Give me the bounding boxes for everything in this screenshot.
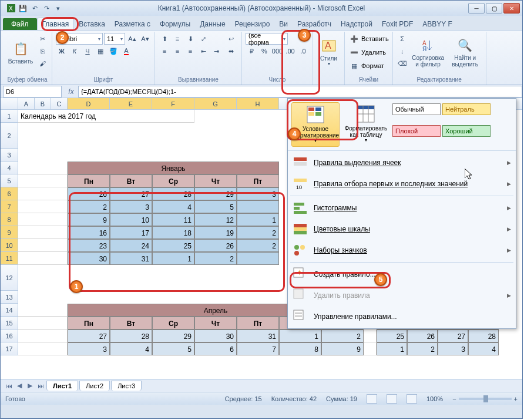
fill-icon[interactable]: ↓ — [397, 45, 408, 57]
cell[interactable]: 29 — [194, 187, 237, 200]
cell-style-option[interactable]: Хороший — [442, 125, 491, 137]
cell[interactable]: 3 — [110, 200, 152, 213]
col-header[interactable]: F — [152, 98, 194, 109]
sheet-tab[interactable]: Лист1 — [46, 381, 78, 391]
cell[interactable]: 19 — [194, 226, 237, 239]
cut-icon[interactable]: ✂ — [36, 33, 48, 45]
menu-data-bars[interactable]: Гистограммы ▶ — [288, 197, 516, 219]
fx-icon[interactable]: fx — [64, 88, 78, 96]
menu-manage-rules[interactable]: Управление правилами... — [288, 306, 516, 327]
sort-filter-button[interactable]: AЯ Сортировка и фильтр — [410, 33, 446, 72]
row-header[interactable]: 8 — [1, 213, 18, 226]
cell[interactable] — [18, 239, 68, 252]
tab-data[interactable]: Данные — [195, 18, 230, 30]
cell[interactable]: Пн — [68, 174, 110, 187]
row-header[interactable]: 17 — [1, 342, 18, 355]
number-format-combo[interactable]: (все форма — [246, 33, 288, 45]
row-header[interactable]: 9 — [1, 226, 18, 239]
underline-icon[interactable]: Ч — [82, 45, 93, 57]
row-header[interactable]: 12 — [1, 265, 18, 291]
row-header[interactable]: 2 — [1, 123, 18, 149]
cell[interactable]: 23 — [68, 239, 110, 252]
format-as-table-button[interactable]: Форматировать как таблицу▾ — [342, 102, 390, 147]
cell[interactable]: Вт — [110, 174, 152, 187]
cell[interactable]: 2 — [194, 252, 237, 265]
format-cells-button[interactable]: ▦Формат — [348, 60, 389, 72]
conditional-formatting-button[interactable]: Условное форматирование▾ — [291, 102, 340, 147]
cell[interactable]: 25 — [377, 330, 407, 342]
cell[interactable] — [18, 174, 68, 187]
zoom-out-icon[interactable]: − — [452, 395, 456, 402]
percent-icon[interactable]: % — [258, 45, 270, 57]
row-header[interactable]: 6 — [1, 187, 18, 200]
cell[interactable]: 2 — [237, 226, 279, 239]
cell[interactable] — [18, 162, 68, 174]
cell[interactable]: Чт — [194, 174, 237, 187]
cell[interactable]: Январь — [68, 162, 279, 174]
cell[interactable]: 31 — [110, 252, 152, 265]
comma-icon[interactable]: 000 — [271, 45, 283, 57]
col-header[interactable]: G — [194, 98, 237, 109]
view-pagebreak-icon[interactable] — [407, 394, 417, 404]
indent-dec-icon[interactable]: ⇤ — [197, 45, 209, 57]
cell[interactable]: 30 — [68, 252, 110, 265]
styles-button[interactable]: A Стили ▾ — [317, 33, 341, 72]
sheet-nav-next[interactable]: ▶ — [25, 382, 35, 389]
cell[interactable]: 17 — [110, 226, 152, 239]
cell[interactable]: 26 — [194, 239, 237, 252]
cell[interactable]: Календарь на 2017 год — [18, 110, 194, 123]
col-header[interactable]: H — [237, 98, 279, 109]
menu-color-scales[interactable]: Цветовые шкалы ▶ — [288, 219, 516, 240]
col-header[interactable]: A — [18, 98, 35, 109]
merge-icon[interactable]: ⬌ — [224, 45, 238, 57]
cell[interactable]: 27 — [438, 330, 468, 342]
menu-clear-rules[interactable]: Удалить правила ▶ — [288, 285, 516, 306]
cell[interactable] — [18, 226, 68, 239]
cell[interactable]: 24 — [110, 239, 152, 252]
cell[interactable]: 2 — [407, 342, 438, 355]
cell[interactable]: 31 — [237, 330, 279, 342]
cell[interactable] — [237, 200, 279, 213]
cell[interactable]: 4 — [110, 342, 152, 355]
row-header[interactable]: 16 — [1, 330, 18, 342]
row-header[interactable]: 3 — [1, 149, 18, 162]
cell[interactable]: 30 — [194, 330, 237, 342]
find-select-button[interactable]: 🔍 Найти и выделить — [448, 33, 482, 72]
align-bottom-icon[interactable]: ⬇ — [184, 33, 196, 45]
menu-top-bottom[interactable]: 10 Правила отбора первых и последних зна… — [288, 173, 516, 194]
cell[interactable]: 5 — [194, 200, 237, 213]
tab-home[interactable]: Главная — [37, 18, 75, 30]
menu-new-rule[interactable]: ✦ Создать правило... — [288, 264, 516, 285]
row-header[interactable]: 14 — [1, 304, 18, 317]
font-size-combo[interactable]: 11 — [104, 33, 125, 45]
border-icon[interactable]: ▦ — [95, 45, 106, 57]
zoom-slider[interactable]: − + — [452, 395, 518, 402]
cell[interactable]: 26 — [68, 187, 110, 200]
row-header[interactable]: 11 — [1, 252, 18, 265]
cell[interactable]: 27 — [68, 330, 110, 342]
insert-cells-button[interactable]: ➕Вставить — [348, 33, 389, 45]
view-normal-icon[interactable] — [367, 394, 377, 404]
orientation-icon[interactable]: ⤢ — [197, 33, 209, 45]
shrink-font-icon[interactable]: A▾ — [139, 33, 151, 45]
currency-icon[interactable]: ₽ — [246, 45, 257, 57]
tab-layout[interactable]: Разметка с — [110, 18, 155, 30]
inc-decimal-icon[interactable]: .00 — [284, 45, 296, 57]
sheet-nav-last[interactable]: ⏭ — [36, 382, 45, 389]
paste-button[interactable]: 📋 Вставить — [6, 33, 35, 72]
cell[interactable] — [18, 213, 68, 226]
cell[interactable]: Ср — [152, 174, 194, 187]
delete-cells-button[interactable]: ➖Удалить — [348, 46, 389, 58]
grow-font-icon[interactable]: A▴ — [126, 33, 138, 45]
cell[interactable]: 3 — [237, 187, 279, 200]
cell[interactable]: 1 — [237, 213, 279, 226]
tab-formulas[interactable]: Формулы — [155, 18, 195, 30]
italic-icon[interactable]: К — [69, 45, 80, 57]
align-left-icon[interactable]: ≡ — [159, 45, 170, 57]
cell[interactable] — [18, 330, 68, 342]
align-middle-icon[interactable]: ≡ — [172, 33, 183, 45]
cell[interactable]: 25 — [152, 239, 194, 252]
cell[interactable]: 2 — [321, 330, 364, 342]
cell[interactable]: Пт — [237, 317, 279, 330]
cell[interactable]: 2 — [237, 239, 279, 252]
